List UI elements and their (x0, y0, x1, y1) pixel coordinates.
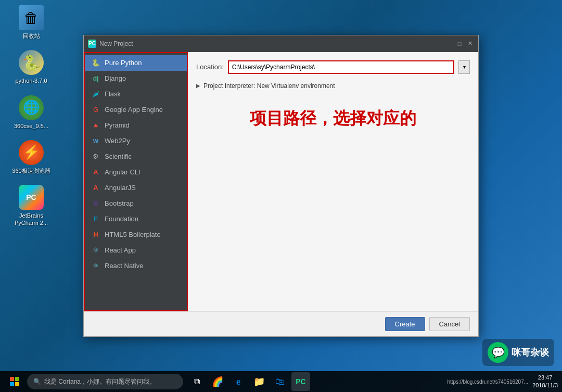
dialog-footer: Create Cancel (84, 311, 478, 336)
maximize-button[interactable]: □ (455, 40, 464, 48)
project-item-scientific[interactable]: ⚙ Scientific (85, 149, 187, 165)
annotation-text: 项目路径，选择对应的 (196, 107, 470, 130)
react-native-icon: ⚛ (91, 261, 100, 271)
project-type-list: 🐍 Pure Python dj Django 🌶 Flask G Google… (84, 52, 188, 311)
close-button[interactable]: ✕ (466, 40, 474, 48)
wechat-watermark: 💬 咪哥杂谈 (482, 339, 554, 366)
location-input[interactable] (228, 60, 454, 74)
scientific-icon: ⚙ (91, 152, 100, 161)
project-item-foundation[interactable]: F Foundation (85, 211, 187, 227)
pyramid-icon: 🔺 (91, 121, 100, 130)
desktop: 🗑 回收站 🐍 python-3.7.0 🌐 360cse_9.5... ⚡ 3… (0, 0, 562, 392)
interpreter-section[interactable]: ▶ Project Interpreter: New Virtualenv en… (196, 80, 470, 92)
google-app-engine-icon: G (91, 105, 100, 115)
location-label: Location: (196, 63, 224, 71)
new-project-dialog: PC New Project ─ □ ✕ 🐍 Pure Python (83, 35, 479, 337)
angular-cli-label: Angular CLI (105, 168, 140, 176)
start-button[interactable] (4, 371, 25, 392)
scientific-label: Scientific (105, 153, 132, 160)
web2py-icon: W (91, 136, 100, 146)
react-native-label: React Native (105, 262, 143, 270)
taskbar: 🔍 我是 Cortana，小娜。有问题尽管问我。 ⧉ 🌈 e 📁 🛍 PC ht… (0, 371, 562, 392)
taskbar-time-text: 23:47 (532, 374, 558, 382)
dialog-body: 🐍 Pure Python dj Django 🌶 Flask G Google… (84, 52, 478, 311)
wechat-icon: 💬 (488, 342, 508, 363)
taskbar-photos[interactable]: 🌈 (208, 372, 227, 391)
taskbar-right: https://blog.csdn.net/s740516207... 23:4… (447, 374, 558, 390)
django-icon: dj (91, 74, 100, 83)
project-item-flask[interactable]: 🌶 Flask (85, 86, 187, 102)
foundation-label: Foundation (105, 215, 138, 223)
location-row: Location: ▾ (196, 60, 470, 74)
project-item-html5[interactable]: H HTML5 Boilerplate (85, 227, 187, 243)
taskbar-date-text: 2018/11/3 (532, 382, 558, 389)
wechat-text: 咪哥杂谈 (512, 346, 549, 359)
create-button[interactable]: Create (385, 317, 425, 331)
project-item-react-app[interactable]: ⚛ React App (85, 243, 187, 258)
project-item-angularjs[interactable]: A AngularJS (85, 180, 187, 196)
project-item-pyramid[interactable]: 🔺 Pyramid (85, 118, 187, 133)
react-app-label: React App (105, 246, 136, 254)
flask-label: Flask (105, 90, 121, 98)
minimize-button[interactable]: ─ (445, 40, 453, 48)
project-item-bootstrap[interactable]: B Bootstrap (85, 196, 187, 211)
project-item-web2py[interactable]: W Web2Py (85, 133, 187, 149)
svg-rect-0 (10, 377, 14, 381)
taskbar-multiwindow[interactable]: ⧉ (187, 372, 206, 391)
project-config-panel: Location: ▾ ▶ Project Interpreter: New V… (188, 52, 478, 311)
bootstrap-icon: B (91, 199, 100, 208)
taskbar-store[interactable]: 🛍 (271, 372, 289, 391)
location-browse-button[interactable]: ▾ (458, 60, 470, 74)
django-label: Django (105, 74, 126, 82)
taskbar-search-text: 我是 Cortana，小娜。有问题尽管问我。 (44, 377, 156, 386)
svg-rect-3 (15, 382, 19, 386)
taskbar-clock: 23:47 2018/11/3 (532, 374, 558, 390)
angular-cli-icon: A (91, 168, 100, 177)
pure-python-label: Pure Python (105, 59, 142, 67)
pyramid-label: Pyramid (105, 121, 130, 129)
angularjs-icon: A (91, 183, 100, 193)
interpreter-arrow-icon: ▶ (196, 83, 200, 88)
project-item-django[interactable]: dj Django (85, 71, 187, 86)
svg-rect-1 (15, 377, 19, 381)
cancel-button[interactable]: Cancel (429, 317, 470, 331)
taskbar-apps: ⧉ 🌈 e 📁 🛍 PC (187, 372, 310, 391)
svg-rect-2 (10, 382, 14, 386)
dialog-overlay: PC New Project ─ □ ✕ 🐍 Pure Python (0, 0, 562, 371)
angularjs-label: AngularJS (105, 184, 136, 192)
dialog-title-text: New Project (99, 40, 133, 47)
taskbar-edge[interactable]: e (229, 372, 248, 391)
dialog-titlebar: PC New Project ─ □ ✕ (84, 35, 478, 52)
pycharm-title-icon: PC (88, 40, 96, 48)
flask-icon: 🌶 (91, 90, 100, 99)
web2py-label: Web2Py (105, 137, 130, 145)
dialog-controls: ─ □ ✕ (445, 40, 474, 48)
project-item-react-native[interactable]: ⚛ React Native (85, 258, 187, 274)
pure-python-icon: 🐍 (91, 58, 100, 68)
project-item-google-app-engine[interactable]: G Google App Engine (85, 102, 187, 118)
google-app-engine-label: Google App Engine (105, 106, 163, 113)
project-item-pure-python[interactable]: 🐍 Pure Python (85, 55, 187, 71)
interpreter-label: Project Interpreter: New Virtualenv envi… (203, 82, 335, 90)
react-app-icon: ⚛ (91, 246, 100, 255)
taskbar-files[interactable]: 📁 (250, 372, 269, 391)
taskbar-pycharm-active[interactable]: PC (291, 372, 310, 391)
foundation-icon: F (91, 214, 100, 224)
html5-icon: H (91, 230, 100, 239)
project-item-angular-cli[interactable]: A Angular CLI (85, 165, 187, 180)
taskbar-search[interactable]: 🔍 我是 Cortana，小娜。有问题尽管问我。 (27, 374, 183, 389)
html5-label: HTML5 Boilerplate (105, 231, 161, 238)
dialog-title-left: PC New Project (88, 40, 133, 48)
taskbar-url: https://blog.csdn.net/s740516207... (447, 379, 528, 385)
bootstrap-label: Bootstrap (105, 199, 134, 207)
